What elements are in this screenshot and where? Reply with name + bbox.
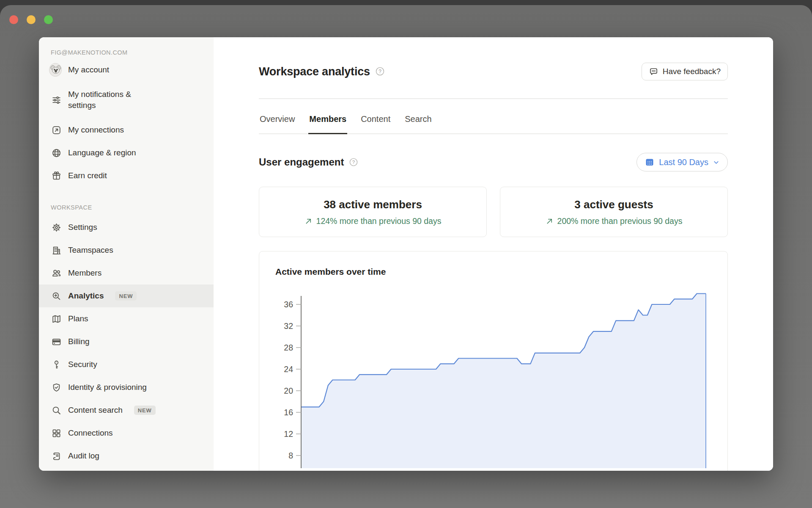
have-feedback-label: Have feedback? <box>663 67 721 76</box>
close-window-button[interactable] <box>9 15 18 24</box>
settings-dialog: FIG@MAKENOTION.COM My account <box>39 37 773 471</box>
active-members-value: 38 active members <box>324 198 422 211</box>
help-icon[interactable]: ? <box>375 66 385 78</box>
user-engagement-title: User engagement <box>259 156 344 168</box>
gift-icon <box>51 170 62 181</box>
sidebar-item-label: Settings <box>68 222 97 233</box>
active-guests-value: 3 active guests <box>574 198 653 211</box>
sliders-icon <box>51 94 62 105</box>
settings-sidebar: FIG@MAKENOTION.COM My account <box>39 37 214 471</box>
sidebar-item-label: Teamspaces <box>68 245 113 256</box>
sidebar-item-teamspaces[interactable]: Teamspaces <box>39 239 214 262</box>
date-range-label: Last 90 Days <box>659 157 708 167</box>
sidebar-item-label: Plans <box>68 313 88 324</box>
globe-icon <box>51 147 62 158</box>
sidebar-item-audit-log[interactable]: Audit log <box>39 444 214 467</box>
svg-text:16: 16 <box>284 408 293 417</box>
minimize-window-button[interactable] <box>27 15 36 24</box>
magnifier-icon <box>51 405 62 416</box>
traffic-lights <box>9 15 53 24</box>
sidebar-item-label: Security <box>68 359 97 370</box>
sidebar-item-label: Connections <box>68 428 113 439</box>
analytics-tabs: Overview Members Content Search <box>259 111 728 134</box>
sidebar-item-my-notifications-settings[interactable]: My notifications & settings <box>39 81 214 119</box>
shield-check-icon <box>51 382 62 393</box>
sidebar-item-label: Identity & provisioning <box>68 382 147 393</box>
svg-text:36: 36 <box>284 300 293 309</box>
chevron-down-icon <box>713 159 720 166</box>
active-members-chart-card: Active members over time 812162024283236 <box>259 251 728 471</box>
sidebar-item-label: Content search <box>68 405 123 416</box>
grid-icon <box>51 428 62 439</box>
building-icon <box>51 245 62 256</box>
credit-card-icon <box>51 336 62 347</box>
people-icon <box>51 268 62 279</box>
arrow-out-box-icon <box>51 124 62 135</box>
svg-text:24: 24 <box>284 364 293 374</box>
active-guests-delta: 200% more than previous 90 days <box>546 216 683 226</box>
active-guests-card: 3 active guests 200% more than previous … <box>500 187 728 237</box>
new-badge: NEW <box>115 291 137 301</box>
svg-text:8: 8 <box>288 451 293 460</box>
avatar <box>51 64 62 75</box>
sidebar-item-label: Members <box>68 268 102 279</box>
sidebar-item-connections[interactable]: Connections <box>39 422 214 444</box>
sidebar-item-analytics[interactable]: Analytics NEW <box>39 284 214 307</box>
sidebar-item-members[interactable]: Members <box>39 262 214 284</box>
tab-content[interactable]: Content <box>360 111 391 133</box>
map-icon <box>51 313 62 324</box>
sidebar-item-earn-credit[interactable]: Earn credit <box>39 164 214 187</box>
date-range-dropdown[interactable]: Last 90 Days <box>636 153 728 171</box>
active-members-card: 38 active members 124% more than previou… <box>259 187 487 237</box>
zoom-window-button[interactable] <box>44 15 53 24</box>
svg-text:?: ? <box>352 159 355 164</box>
help-icon[interactable]: ? <box>349 157 358 168</box>
have-feedback-button[interactable]: Have feedback? <box>642 63 728 80</box>
active-members-area-chart: 812162024283236 <box>259 251 728 468</box>
speech-bubble-icon <box>649 67 658 77</box>
sidebar-item-plans[interactable]: Plans <box>39 307 214 330</box>
sidebar-item-label: My connections <box>68 124 124 135</box>
svg-text:12: 12 <box>284 429 293 439</box>
page-title: Workspace analytics <box>259 65 370 78</box>
sidebar-item-label: Billing <box>68 336 90 347</box>
sidebar-item-settings[interactable]: Settings <box>39 216 214 239</box>
sidebar-item-label: Earn credit <box>68 170 107 181</box>
magnifier-plus-icon <box>51 290 62 301</box>
arrow-up-right-icon <box>304 217 313 225</box>
active-members-delta: 124% more than previous 90 days <box>304 216 442 226</box>
sidebar-item-my-connections[interactable]: My connections <box>39 119 214 141</box>
scroll-icon <box>51 450 62 461</box>
svg-text:?: ? <box>379 69 381 75</box>
header-divider <box>259 98 728 99</box>
calendar-icon <box>645 157 655 167</box>
analytics-main-panel: Workspace analytics ? Have feedback? <box>214 37 773 471</box>
sidebar-item-identity-provisioning[interactable]: Identity & provisioning <box>39 376 214 399</box>
sidebar-item-label: Language & region <box>68 147 136 158</box>
sidebar-item-content-search[interactable]: Content search NEW <box>39 399 214 422</box>
sidebar-item-security[interactable]: Security <box>39 353 214 376</box>
svg-text:32: 32 <box>284 321 293 331</box>
arrow-up-right-icon <box>546 217 554 225</box>
svg-text:20: 20 <box>284 386 293 395</box>
sidebar-item-billing[interactable]: Billing <box>39 330 214 353</box>
sidebar-item-language-region[interactable]: Language & region <box>39 141 214 164</box>
workspace-section-caption: WORKSPACE <box>39 199 214 216</box>
key-icon <box>51 359 62 370</box>
new-badge: NEW <box>134 406 156 415</box>
sidebar-item-label: My notifications & settings <box>68 89 159 110</box>
tab-search[interactable]: Search <box>404 111 432 133</box>
tab-overview[interactable]: Overview <box>259 111 296 133</box>
gear-icon <box>51 222 62 233</box>
sidebar-item-my-account[interactable]: My account <box>39 58 214 81</box>
sidebar-item-label: My account <box>68 64 109 75</box>
user-engagement-header: User engagement ? Last 90 Days <box>259 153 728 171</box>
svg-text:28: 28 <box>284 343 293 352</box>
sidebar-item-label: Audit log <box>68 450 99 461</box>
page-header: Workspace analytics ? Have feedback? <box>259 37 728 80</box>
engagement-stat-cards: 38 active members 124% more than previou… <box>259 187 728 237</box>
account-email-caption: FIG@MAKENOTION.COM <box>39 47 214 58</box>
tab-members[interactable]: Members <box>308 111 347 133</box>
sidebar-item-label: Analytics <box>68 290 104 301</box>
